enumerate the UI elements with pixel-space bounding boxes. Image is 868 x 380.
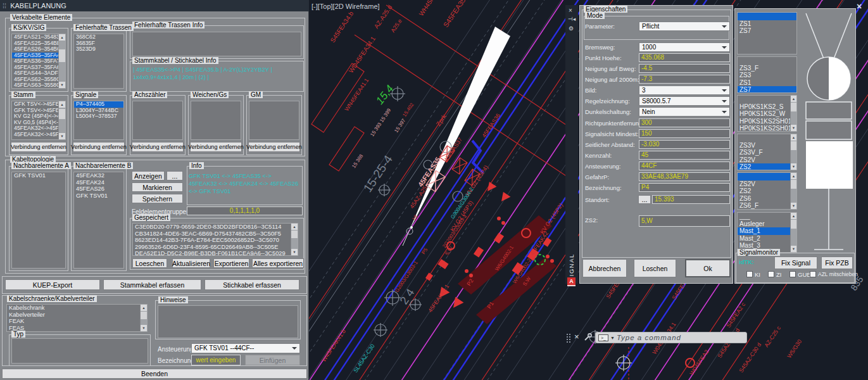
field-value[interactable]: 45 <box>639 151 730 160</box>
list-item[interactable] <box>738 134 796 142</box>
palette-pin-icon[interactable]: ⊣◂ <box>568 16 576 22</box>
fix-pzb-button[interactable]: Fix PZB <box>821 256 853 269</box>
field-dropdown[interactable]: Pflicht <box>639 22 730 31</box>
fehlerhafte-trassen-list[interactable]: 368C6236835F3523D9 <box>73 34 124 89</box>
checkbox[interactable] <box>810 271 816 277</box>
checkbox[interactable] <box>789 271 796 277</box>
list-item[interactable]: FEAS <box>7 325 147 332</box>
signal-list-4[interactable]: ▲▼ ZS3VZS3V_FZS2VZS2ZS6ZS6_F <box>737 134 797 170</box>
signal-list-1[interactable]: ZS1ZS7 <box>737 12 797 54</box>
list-item[interactable]: ZS3V_F <box>738 149 796 156</box>
signal-list-5[interactable]: ▲▼ ZS2VZS2ZS6ZS6_FNE14_LRNE14_RL <box>737 172 797 210</box>
field-value[interactable]: 33AE48,33AE79 <box>639 172 730 181</box>
list-item[interactable]: Mast_3 <box>738 242 796 250</box>
checkbox[interactable] <box>768 271 774 277</box>
list-item[interactable]: ZS7 <box>738 27 796 35</box>
field-value[interactable]: 5,W <box>639 215 730 227</box>
scroll-thumb[interactable] <box>59 49 65 62</box>
field-value[interactable]: -3.030 <box>639 140 730 149</box>
aktualisieren-button[interactable]: Aktualisieren <box>172 258 210 268</box>
palette-titlebar[interactable]: × ⊣◂ ⚙ SIGNAL A <box>565 5 578 284</box>
list-item[interactable]: 45FEAS67–3ADF56 <box>12 89 65 89</box>
browse-button[interactable]: ... <box>638 195 651 204</box>
scrollbar[interactable]: ▲▼ <box>291 224 298 255</box>
field-value[interactable]: 150 <box>639 129 730 138</box>
list-item[interactable]: L5004Y–378537 <box>74 113 123 120</box>
loschen-button[interactable]: Loschen <box>634 259 676 277</box>
list-item[interactable]: ZS2V <box>738 180 796 188</box>
field-value[interactable]: -4.5 <box>639 64 730 73</box>
scroll-down-button[interactable]: ▼ <box>141 325 147 331</box>
list-item[interactable]: 45FEAK32<->45FEA <box>12 132 65 138</box>
panel-close-icon[interactable]: × <box>857 1 862 11</box>
list-item[interactable]: HP0KS1KS2_S <box>738 103 796 111</box>
scroll-down-button[interactable]: ▼ <box>59 133 65 139</box>
scrollbar[interactable]: ▲▼ <box>790 173 796 209</box>
list-item[interactable]: 8623ED14-42B3-7F6A-E784-EEC50026852D--3C… <box>133 237 298 244</box>
stamm-list[interactable]: ▲▼ GFK TSV<->45FEASGFK TSV<->45FEASKV G2… <box>11 101 66 140</box>
scroll-up-button[interactable]: ▲ <box>59 101 65 108</box>
scroll-down-button[interactable]: ▼ <box>59 82 65 88</box>
scrollbar[interactable]: ▲▼ <box>790 134 796 170</box>
palette-close-icon[interactable]: × <box>569 7 572 14</box>
list-item[interactable]: 45FEAK24 <box>74 179 123 186</box>
ok-button[interactable]: Ok <box>685 259 731 277</box>
scroll-up-button[interactable]: ▲ <box>791 213 796 219</box>
scrollbar[interactable]: ▲▼ <box>790 213 796 252</box>
scroll-thumb[interactable] <box>291 231 298 238</box>
beenden-button[interactable]: Beenden <box>2 369 307 379</box>
field-dropdown[interactable]: 3 <box>639 86 730 95</box>
scroll-down-button[interactable]: ▼ <box>791 125 796 131</box>
list-item[interactable]: ZS2 <box>738 163 796 170</box>
list-item[interactable]: ZS1 <box>738 79 796 87</box>
signale-verbindung-entfernen-button[interactable]: Verbindung entfernen <box>73 142 125 152</box>
customize-wrench-icon[interactable] <box>583 332 593 342</box>
feldelementgruppen-value[interactable]: 0,1,1,1,1,0 <box>187 206 303 215</box>
gm-list[interactable] <box>249 101 299 140</box>
nachbar-a-list[interactable]: GFK TSV01 <box>11 172 66 269</box>
scroll-up-button[interactable]: ▲ <box>59 34 65 41</box>
list-item[interactable]: 3523D9 <box>74 46 123 53</box>
scroll-up-button[interactable]: ▲ <box>791 134 796 141</box>
einfuegen-button[interactable]: Einfügen <box>245 355 300 365</box>
achszaehler-list[interactable] <box>132 101 183 140</box>
signal-list-2[interactable]: ZS3_FZS3ZS1ZS7 <box>737 56 797 93</box>
scrollbar[interactable]: ▲▼ <box>58 34 65 88</box>
list-item[interactable]: CB341824-4DE6-3EAC-6B69-D75437482CB5--3C… <box>133 231 298 238</box>
list-item[interactable]: GFK TSV01 <box>12 172 65 179</box>
list-item[interactable]: DEA52E1D-D5C2-B98E-B3DB-F061B1CEA9A6--3C… <box>133 250 298 256</box>
list-item[interactable]: Kabelverteiler <box>7 312 147 319</box>
checkbox[interactable] <box>746 271 753 277</box>
scrollbar[interactable]: ▲▼ <box>58 101 65 139</box>
scroll-thumb[interactable] <box>791 180 796 189</box>
scroll-down-button[interactable]: ▼ <box>791 203 796 209</box>
viewport-controls[interactable]: [-][Top][2D Wireframe] <box>311 3 380 10</box>
scroll-thumb[interactable] <box>791 103 796 111</box>
kabelplanung-titlebar[interactable]: ⁞⁞KABELPLANUNG <box>0 0 309 11</box>
command-dock-grip[interactable] <box>567 334 570 343</box>
list-item[interactable]: C3E0BD20-0779-0659-2DE0-83DD2BFDD816--3C… <box>133 224 298 231</box>
command-prompt-icon[interactable]: >_ <box>598 334 608 341</box>
list-item[interactable]: HP0KS1KS2_W <box>738 110 796 118</box>
list-item[interactable]: ZS3 <box>738 72 796 79</box>
list-item[interactable]: Mast_1 <box>738 227 796 235</box>
field-value[interactable]: P4 <box>639 183 730 192</box>
signal-list-3[interactable]: ▲▼ HP0KS1KS2_SHP0KS1KS2_WHP0KS1KS2SH01_W… <box>737 95 797 132</box>
kuep-export-button[interactable]: KUEP-Export <box>5 279 100 290</box>
field-value[interactable]: 15.393 <box>652 195 730 204</box>
bezeichnung-input[interactable]: wert eingeben <box>191 355 241 365</box>
list-item[interactable] <box>738 173 796 180</box>
stichkabel-erfassen-button[interactable]: Stichkabel erfassen <box>204 279 299 290</box>
markieren-button[interactable]: Markieren <box>132 182 183 192</box>
list-item[interactable]: GFK TSV01 <box>74 193 123 200</box>
list-item[interactable]: 45FEAS26 <box>74 186 123 193</box>
alles-exportieren-button[interactable]: Alles exportieren <box>252 258 304 268</box>
field-value[interactable]: 300 <box>639 118 730 127</box>
list-item[interactable]: ZS6 <box>738 195 796 203</box>
list-item[interactable] <box>738 13 796 20</box>
weichen-list[interactable] <box>191 101 241 140</box>
scrollbar[interactable]: ▲▼ <box>140 305 147 331</box>
exportieren-button[interactable]: Exportieren <box>213 258 249 268</box>
list-item[interactable]: HP0KS1KS2SH01_S <box>738 125 796 132</box>
signal-list-6[interactable]: ▲▼ ___AuslegerMast_1Mast_2Mast_3Mast_KSi… <box>737 212 797 253</box>
